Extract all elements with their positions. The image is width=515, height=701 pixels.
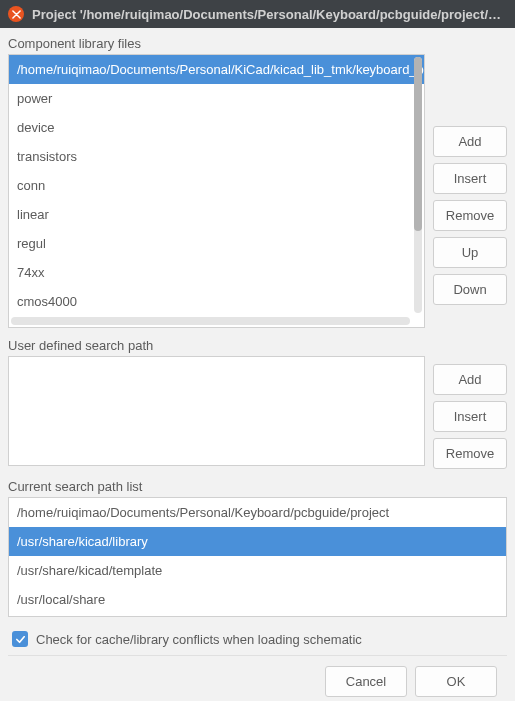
scrollbar-vertical[interactable] — [414, 57, 422, 313]
list-item[interactable]: /usr/local/share — [9, 585, 506, 614]
checkbox-icon[interactable] — [12, 631, 28, 647]
titlebar: Project '/home/ruiqimao/Documents/Person… — [0, 0, 515, 28]
list-item[interactable]: device — [9, 113, 424, 142]
close-icon[interactable] — [8, 6, 24, 22]
lib-remove-button[interactable]: Remove — [433, 200, 507, 231]
lib-down-button[interactable]: Down — [433, 274, 507, 305]
userpath-insert-button[interactable]: Insert — [433, 401, 507, 432]
list-item[interactable]: linear — [9, 200, 424, 229]
list-item[interactable]: 74xx — [9, 258, 424, 287]
lib-files-label: Component library files — [8, 36, 507, 51]
list-item[interactable]: /home/ruiqimao/Documents/Personal/Keyboa… — [9, 498, 506, 527]
list-item[interactable]: regul — [9, 229, 424, 258]
list-item[interactable]: conn — [9, 171, 424, 200]
current-paths-label: Current search path list — [8, 479, 507, 494]
separator — [8, 655, 507, 656]
list-item[interactable]: power — [9, 84, 424, 113]
lib-up-button[interactable]: Up — [433, 237, 507, 268]
current-paths-listbox[interactable]: /home/ruiqimao/Documents/Personal/Keyboa… — [8, 497, 507, 617]
scrollbar-horizontal[interactable] — [11, 317, 410, 325]
ok-button[interactable]: OK — [415, 666, 497, 697]
list-item[interactable]: cmos4000 — [9, 287, 424, 316]
lib-add-button[interactable]: Add — [433, 126, 507, 157]
user-paths-label: User defined search path — [8, 338, 507, 353]
userpath-remove-button[interactable]: Remove — [433, 438, 507, 469]
check-conflicts-label: Check for cache/library conflicts when l… — [36, 632, 362, 647]
userpath-add-button[interactable]: Add — [433, 364, 507, 395]
lib-files-listbox[interactable]: /home/ruiqimao/Documents/Personal/KiCad/… — [8, 54, 425, 328]
list-item[interactable]: transistors — [9, 142, 424, 171]
list-item[interactable]: /usr/share/kicad/template — [9, 556, 506, 585]
check-conflicts-row[interactable]: Check for cache/library conflicts when l… — [12, 631, 507, 647]
user-paths-listbox[interactable] — [8, 356, 425, 466]
list-item[interactable]: /home/ruiqimao/Documents/Personal/KiCad/… — [9, 55, 424, 84]
cancel-button[interactable]: Cancel — [325, 666, 407, 697]
window-title: Project '/home/ruiqimao/Documents/Person… — [32, 7, 507, 22]
lib-insert-button[interactable]: Insert — [433, 163, 507, 194]
list-item[interactable]: /usr/share/kicad/library — [9, 527, 506, 556]
